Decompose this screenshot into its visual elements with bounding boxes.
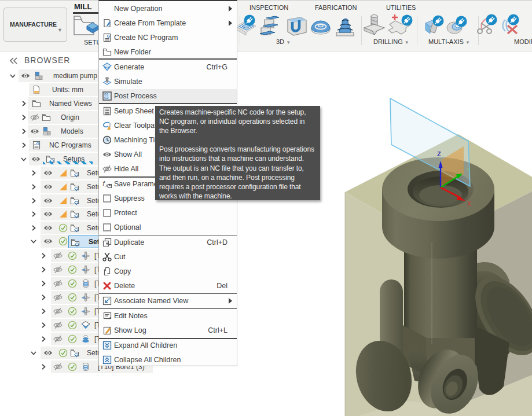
svg-text:X: X [467,201,471,207]
svg-text:Z: Z [437,150,441,157]
svg-text:f: f [103,180,105,187]
svg-text:G2: G2 [104,96,108,100]
svg-text:Y: Y [467,167,470,172]
svg-text:G: G [107,34,111,38]
